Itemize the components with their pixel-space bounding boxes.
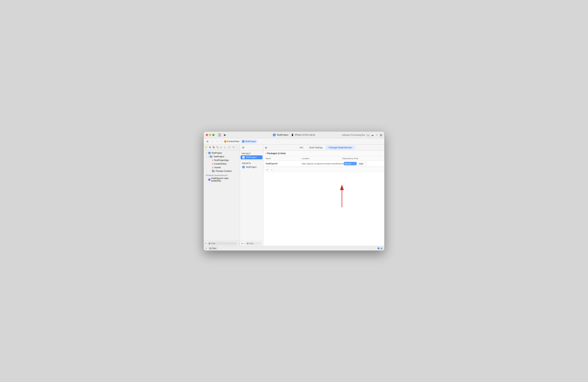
section-triangle: ▾ bbox=[266, 153, 267, 154]
packages-section-header: ▾ Packages (1 item) bbox=[263, 151, 384, 156]
minimize-button[interactable] bbox=[209, 134, 211, 136]
project-icon: A bbox=[273, 134, 275, 136]
rule-value-input[interactable] bbox=[358, 162, 367, 165]
panel-toggle[interactable]: ▤ bbox=[241, 146, 245, 149]
back-icon[interactable]: ‹ bbox=[210, 139, 214, 143]
run-button[interactable]: ▶ bbox=[223, 133, 228, 137]
folder-icon bbox=[210, 156, 212, 158]
file-navigator: 📁 ⊠ 🔖 🔍 ⚠ ◇ 〈/〉 ⌥ 📄 ▾ A TestProject bbox=[204, 145, 240, 246]
sidebar-item-root[interactable]: ▾ A TestProject bbox=[204, 151, 239, 155]
maximize-button[interactable] bbox=[212, 134, 214, 136]
search-nav-icon[interactable]: 🔍 bbox=[216, 145, 219, 149]
tab-info[interactable]: Info bbox=[297, 146, 306, 150]
col-location: Location bbox=[302, 157, 342, 159]
disclosure-arrow: › bbox=[206, 179, 208, 180]
swift-icon: S bbox=[212, 159, 213, 161]
cloud-icon: ☁ bbox=[371, 134, 374, 136]
project-section-header: PROJECT bbox=[240, 151, 263, 155]
statusbar-filter: ⊙ Filter bbox=[208, 247, 217, 250]
status-indicator bbox=[378, 248, 379, 249]
breakpoint-icon[interactable]: ⌥ bbox=[232, 145, 235, 149]
targets-section-header: TARGETS bbox=[240, 162, 263, 165]
sidebar-file-tree: ▾ A TestProject ▾ TestProject S TestProj… bbox=[204, 150, 240, 241]
project-nav-icon: A bbox=[242, 156, 245, 158]
titlebar: ▶ A TestProject › 📱 iPhone 15 Pro (18.0)… bbox=[204, 132, 384, 138]
sidebar-item-contentview[interactable]: S ContentView bbox=[204, 162, 239, 166]
progress-indicator bbox=[367, 134, 369, 136]
pkg-table-header: Name Location Dependency Rule bbox=[263, 156, 384, 161]
pkg-deps-section-header: Package Dependencies bbox=[204, 173, 240, 177]
pkg-row-location: https://github.com/jamesrochabrun/SwiftO… bbox=[302, 163, 344, 165]
sidebar-item-app[interactable]: S TestProjectApp bbox=[204, 158, 239, 162]
filter-input[interactable] bbox=[211, 242, 236, 245]
breadcrumb-test-project[interactable]: A TestProject bbox=[241, 140, 257, 143]
source-control-icon[interactable]: ⊠ bbox=[209, 145, 212, 149]
warning-icon[interactable]: ⚠ bbox=[220, 145, 223, 149]
navigator-item-target[interactable]: A TestProject bbox=[241, 165, 262, 169]
navigator-footer: + − ⊙ bbox=[240, 241, 263, 246]
xcode-window: ▶ A TestProject › 📱 iPhone 15 Pro (18.0)… bbox=[204, 131, 384, 251]
tab-bar: Info Build Settings Package Dependencies bbox=[268, 146, 384, 150]
rule-dropdown[interactable]: Branch ⌄ bbox=[344, 162, 357, 165]
col-rule: Dependency Rule bbox=[342, 157, 382, 159]
sidebar-item-swiftopenai[interactable]: › P SwiftOpenAI main (e4b6405) bbox=[204, 177, 239, 183]
titlebar-left: ▶ bbox=[206, 133, 228, 137]
layout-icon[interactable]: ▤ bbox=[380, 134, 382, 136]
folder-label: TestProject bbox=[213, 155, 224, 158]
project-icon: A bbox=[208, 152, 210, 154]
indexing-status: Indexing | Processing files bbox=[342, 134, 365, 136]
pkg-content: ▾ Packages (1 item) Name Location Depend… bbox=[263, 151, 384, 246]
pkg-row-swiftopenai[interactable]: SwiftOpenAI https://github.com/jamesroch… bbox=[263, 161, 384, 167]
folder-icon[interactable]: 📁 bbox=[205, 145, 208, 149]
add-pkg-button[interactable]: + bbox=[266, 168, 269, 172]
tab-build-settings[interactable]: Build Settings bbox=[307, 146, 326, 150]
toolbar: ⊞ ‹ › 🟠 ContentView A TestProject bbox=[204, 138, 384, 145]
add-icon[interactable]: + bbox=[205, 242, 206, 245]
asset-icon: ⊞ bbox=[212, 166, 214, 169]
report-icon[interactable]: 📄 bbox=[235, 145, 239, 149]
navigator-item-testproject[interactable]: A TestProject bbox=[241, 155, 262, 159]
target-icon: A bbox=[242, 166, 245, 168]
test-icon[interactable]: ◇ bbox=[223, 145, 227, 149]
grid-icon[interactable]: ⊞ bbox=[206, 139, 210, 143]
layout-toggle-icon[interactable]: ▤ bbox=[380, 247, 382, 249]
remove-pkg-button[interactable]: − bbox=[270, 168, 273, 172]
breadcrumb-tabs: 🟠 ContentView A TestProject bbox=[223, 140, 257, 143]
swift-icon: S bbox=[212, 163, 213, 165]
preview-label: Preview Content bbox=[216, 170, 231, 172]
sidebar-toggle-icon[interactable] bbox=[218, 134, 221, 136]
title-separator: › bbox=[289, 134, 290, 136]
nav-add-icon[interactable]: + bbox=[241, 242, 243, 245]
editor-sidebar-toggle[interactable]: ▤ bbox=[264, 146, 268, 149]
nav-filter-input[interactable] bbox=[249, 242, 260, 245]
root-label: TestProject bbox=[211, 152, 222, 154]
tab-package-dependencies[interactable]: Package Dependencies bbox=[326, 146, 355, 150]
statusbar-add-icon[interactable]: + bbox=[206, 247, 207, 249]
clock-icon[interactable]: 🕐 bbox=[238, 242, 240, 245]
bookmark-icon[interactable]: 🔖 bbox=[212, 145, 215, 149]
folder-icon bbox=[212, 170, 214, 172]
packages-section-label: Packages (1 item) bbox=[267, 152, 286, 155]
forward-icon[interactable]: › bbox=[216, 139, 220, 143]
sidebar-item-assets[interactable]: ⊞ Assets bbox=[204, 166, 239, 169]
sidebar-item-testproject-folder[interactable]: ▾ TestProject bbox=[204, 155, 239, 158]
filter-icon: ⊙ bbox=[209, 242, 210, 245]
pkg-label: SwiftOpenAI main (e4b6405) bbox=[211, 177, 237, 182]
close-button[interactable] bbox=[206, 134, 208, 136]
nav-remove-icon[interactable]: − bbox=[244, 242, 245, 245]
filter-area: ⊙ bbox=[208, 242, 237, 245]
navigator-target-label: TestProject bbox=[246, 166, 256, 168]
contentview-label: ContentView bbox=[214, 163, 226, 165]
dropdown-arrow: ⌄ bbox=[354, 162, 356, 165]
project-title: TestProject bbox=[277, 134, 288, 136]
debug-icon[interactable]: 〈/〉 bbox=[227, 145, 231, 149]
sidebar-footer: + ⊙ 🕐 ⊞ bbox=[204, 241, 240, 246]
navigator-toolbar: 📁 ⊠ 🔖 🔍 ⚠ ◇ 〈/〉 ⌥ 📄 bbox=[204, 145, 240, 150]
pkg-row-name: SwiftOpenAI bbox=[266, 162, 302, 165]
traffic-lights bbox=[206, 134, 214, 136]
breadcrumb-content-view[interactable]: 🟠 ContentView bbox=[223, 140, 241, 143]
filter-text: Filter bbox=[212, 247, 216, 249]
sidebar-item-preview-content[interactable]: › Preview Content bbox=[204, 169, 239, 173]
disclosure-arrow: ▾ bbox=[207, 156, 209, 157]
add-tab-icon[interactable]: ＋ bbox=[376, 133, 378, 136]
